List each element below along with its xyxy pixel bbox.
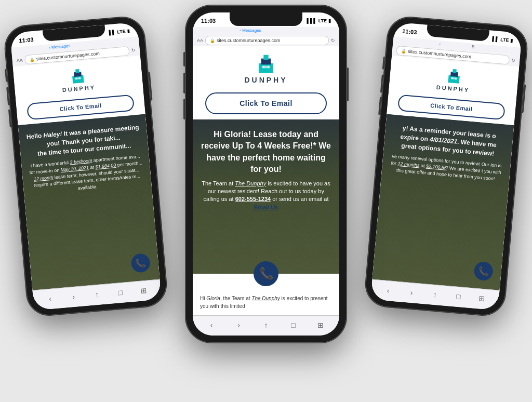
- center-signal: ▌▌▌: [307, 18, 317, 23]
- center-battery: ▮: [328, 18, 331, 23]
- bottom-name: Gloria: [206, 296, 220, 301]
- center-bottom-content: Hi Gloria, the Team at The Dunphy is exc…: [193, 289, 339, 315]
- hero-area: Hello Haley! It was a pleasure meeting y…: [18, 114, 160, 290]
- center-url-text: sites.customnurturepages.com: [217, 38, 281, 43]
- dunphy-building-icon: [68, 66, 88, 85]
- center-messages-back[interactable]: ‹ Messages: [240, 28, 261, 33]
- right-hero-bg: y! As a reminder your lease is o expire …: [373, 114, 514, 290]
- right-content: DUNPHY Click To Email y! As a reminder y…: [373, 56, 520, 290]
- svg-rect-16: [455, 77, 457, 79]
- center-hero-body: The Team at The Dunphy is excited to hav…: [201, 180, 331, 212]
- tabs-button[interactable]: ⊞: [136, 284, 152, 297]
- right-time: 11:03: [402, 28, 417, 35]
- forward-button[interactable]: ›: [66, 290, 82, 303]
- svg-rect-8: [263, 55, 268, 60]
- svg-rect-15: [451, 77, 453, 79]
- center-tabs-button[interactable]: ⊞: [313, 319, 328, 331]
- hero-bg: Hello Haley! It was a pleasure meeting y…: [18, 114, 160, 290]
- right-dunphy-logo: DUNPHY: [436, 66, 471, 93]
- center-content: DUNPHY Click To Email Hi Gloria! Lease t…: [193, 46, 339, 315]
- center-cta-button[interactable]: Click To Email: [205, 92, 327, 114]
- center-share-button[interactable]: ↑: [259, 319, 273, 331]
- bottom-text-1: Hi: [200, 296, 206, 301]
- right-screen: 11:03 ▌▌ LTE ▮ ‹ B 🔒 sites.cu: [370, 22, 522, 310]
- bookmarks-button[interactable]: □: [113, 286, 128, 299]
- dunphy-logo: DUNPHY: [60, 66, 96, 93]
- right-hero-heading: y! As a reminder your lease is o expire …: [391, 123, 506, 159]
- center-hero-bg: Hi Gloria! Lease today and receive Up To…: [193, 119, 339, 274]
- center-bookmarks-button[interactable]: □: [286, 319, 300, 331]
- center-logo-area: DUNPHY: [193, 46, 339, 88]
- right-lock-icon: 🔒: [401, 48, 407, 53]
- center-status-icons: ▌▌▌ LTE ▮: [307, 18, 331, 23]
- center-back-button[interactable]: ‹: [204, 319, 219, 331]
- email-link[interactable]: Email Us: [254, 204, 278, 210]
- center-url-bar[interactable]: 🔒 sites.customnurturepages.com: [205, 36, 329, 45]
- lock-icon: 🔒: [29, 57, 35, 62]
- center-iphone: 11:03 ▌▌▌ LTE ▮ ‹ Messages AA 🔒: [185, 5, 347, 343]
- left-iphone: 11:03 ▌▌ LTE ▮ ‹ Messages AA 🔒: [3, 15, 168, 317]
- messages-back[interactable]: ‹ Messages: [49, 44, 71, 50]
- center-hero-area: Hi Gloria! Lease today and receive Up To…: [193, 119, 339, 274]
- center-time: 11:03: [201, 18, 216, 24]
- phone-call-button[interactable]: 📞: [130, 253, 151, 273]
- center-brand-name: DUNPHY: [244, 76, 287, 84]
- right-battery: ▮: [510, 38, 513, 43]
- center-lte: LTE: [318, 18, 327, 23]
- back-button[interactable]: ‹: [43, 292, 58, 305]
- right-share-button[interactable]: ↑: [427, 288, 443, 301]
- center-phone-wrapper: 11:03 ▌▌▌ LTE ▮ ‹ Messages AA 🔒: [185, 5, 347, 343]
- right-back-button[interactable]: ‹: [380, 284, 396, 297]
- right-lte: LTE: [500, 37, 509, 43]
- right-messages-b2: B: [472, 44, 475, 49]
- right-tabs-button[interactable]: ⊞: [474, 292, 489, 305]
- svg-rect-14: [453, 69, 457, 73]
- svg-rect-17: [453, 77, 455, 79]
- right-signal: ▌▌: [492, 36, 499, 42]
- right-hero-body: ve many renewal options for you to revie…: [389, 153, 503, 183]
- right-messages-back[interactable]: ‹: [439, 42, 441, 46]
- right-phone-call-button[interactable]: 📞: [473, 261, 494, 282]
- center-lock-icon: 🔒: [210, 38, 215, 43]
- right-forward-button[interactable]: ›: [404, 286, 419, 299]
- center-building-icon: [254, 52, 278, 74]
- svg-rect-9: [262, 66, 265, 69]
- right-reload-icon[interactable]: ↻: [511, 58, 516, 63]
- bottom-place: The Dunphy: [251, 296, 280, 301]
- left-screen: 11:03 ▌▌ LTE ▮ ‹ Messages AA 🔒: [10, 22, 162, 310]
- center-dunphy-logo: DUNPHY: [244, 52, 287, 84]
- left-phone-wrapper: 11:03 ▌▌ LTE ▮ ‹ Messages AA 🔒: [3, 15, 168, 317]
- center-forward-button[interactable]: ›: [232, 319, 246, 331]
- center-aa-label: AA: [197, 38, 203, 43]
- right-phone-wrapper: 11:03 ▌▌ LTE ▮ ‹ B 🔒 sites.cu: [364, 15, 529, 317]
- center-phone-btn-wrapper: 📞: [193, 274, 339, 289]
- time-display: 11:03: [19, 36, 34, 44]
- aa-label: AA: [16, 58, 23, 63]
- right-iphone: 11:03 ▌▌ LTE ▮ ‹ B 🔒 sites.cu: [364, 15, 529, 317]
- left-content: DUNPHY Click To Email Hello Haley! It wa…: [13, 56, 160, 290]
- brand-name: DUNPHY: [62, 84, 96, 93]
- center-browser-top: AA 🔒 sites.customnurturepages.com ↻: [193, 35, 339, 46]
- svg-rect-5: [77, 77, 79, 79]
- notch-center: [230, 12, 302, 26]
- hero-body: I have a wonderful 3 bedroom apartment h…: [29, 153, 144, 196]
- svg-rect-3: [75, 77, 77, 79]
- share-button[interactable]: ↑: [89, 288, 105, 301]
- center-messages-bar: ‹ Messages: [193, 27, 339, 35]
- right-status-icons: ▌▌ LTE ▮: [492, 36, 513, 43]
- bottom-text-2: , the Team at: [220, 296, 251, 301]
- right-hero-area: y! As a reminder your lease is o expire …: [373, 114, 514, 290]
- reload-icon[interactable]: ↻: [131, 48, 136, 53]
- right-building-icon: [444, 66, 464, 85]
- svg-rect-11: [265, 66, 268, 69]
- center-screen: 11:03 ▌▌▌ LTE ▮ ‹ Messages AA 🔒: [193, 12, 339, 336]
- svg-rect-10: [267, 66, 270, 69]
- lte-label: LTE: [117, 29, 126, 34]
- center-reload-icon[interactable]: ↻: [331, 38, 335, 43]
- right-brand-name: DUNPHY: [436, 84, 470, 93]
- center-hero-heading: Hi Gloria! Lease today and receive Up To…: [201, 129, 331, 176]
- right-bookmarks-button[interactable]: □: [450, 290, 466, 303]
- signal-icon: ▌▌: [109, 30, 116, 35]
- status-icons: ▌▌ LTE ▮: [109, 29, 130, 35]
- center-phone-call-button[interactable]: 📞: [254, 261, 278, 286]
